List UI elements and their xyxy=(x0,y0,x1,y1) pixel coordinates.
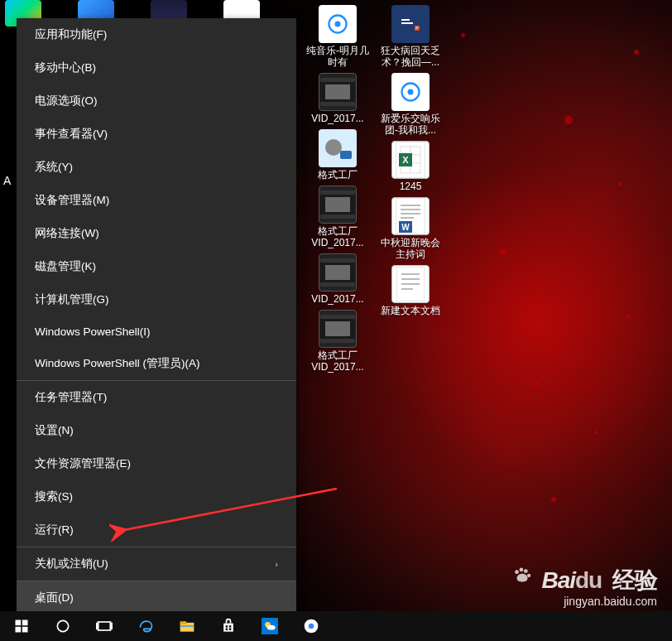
music-icon xyxy=(391,73,430,111)
watermark: Baidu 经验 jingyan.baidu.com xyxy=(511,565,657,608)
menu-system[interactable]: 系统(Y) xyxy=(17,151,296,184)
icon-label: 新建文本文档 xyxy=(381,305,440,316)
svg-rect-22 xyxy=(401,19,410,21)
icon-vid-2017-a[interactable]: VID_2017... xyxy=(303,73,372,124)
ppt-icon: P xyxy=(391,5,430,43)
menu-item-label: 搜索(S) xyxy=(35,489,73,504)
svg-rect-57 xyxy=(98,622,111,630)
svg-rect-16 xyxy=(325,265,350,280)
menu-shutdown-signout[interactable]: 关机或注销(U)› xyxy=(17,547,296,581)
start-button[interactable] xyxy=(3,612,40,640)
store-button[interactable] xyxy=(210,612,247,640)
menu-item-label: 运行(R) xyxy=(35,523,74,537)
desktop-icons-col2: P狂犬病回天乏术？挽回—...新爱乐交响乐团-我和我...X1245W中秋迎新晚… xyxy=(376,5,445,321)
menu-computer-management[interactable]: 计算机管理(G) xyxy=(17,283,296,316)
svg-rect-43 xyxy=(401,273,420,275)
svg-point-49 xyxy=(519,568,523,572)
menu-item-label: 关机或注销(U) xyxy=(35,557,108,571)
svg-rect-3 xyxy=(320,78,355,82)
chevron-right-icon: › xyxy=(275,559,278,569)
edge-button[interactable] xyxy=(127,612,164,640)
svg-rect-18 xyxy=(320,315,355,319)
svg-rect-64 xyxy=(229,625,232,628)
svg-point-51 xyxy=(527,574,530,577)
menu-power-options[interactable]: 电源选项(O) xyxy=(17,84,296,118)
menu-powershell-admin[interactable]: Windows PowerShell (管理员)(A) xyxy=(17,347,296,380)
chrome-button[interactable] xyxy=(293,612,329,640)
svg-rect-53 xyxy=(22,620,28,626)
menu-task-manager[interactable]: 任务管理器(T) xyxy=(17,381,296,414)
menu-search[interactable]: 搜索(S) xyxy=(17,480,296,513)
icon-label: 格式工厂VID_2017... xyxy=(304,225,372,248)
menu-disk-management[interactable]: 磁盘管理(K) xyxy=(17,250,296,283)
icon-pure-music[interactable]: 纯音乐-明月几时有 xyxy=(303,5,372,68)
icon-new-text[interactable]: 新建文本文档 xyxy=(376,265,445,316)
menu-file-explorer[interactable]: 文件资源管理器(E) xyxy=(17,447,296,480)
svg-point-69 xyxy=(267,625,276,630)
menu-device-manager[interactable]: 设备管理器(M) xyxy=(17,184,296,217)
excel-icon: X xyxy=(391,141,430,179)
menu-item-label: 事件查看器(V) xyxy=(35,127,108,142)
svg-rect-45 xyxy=(401,283,420,285)
cortana-button[interactable] xyxy=(45,612,81,640)
svg-rect-54 xyxy=(16,627,22,633)
svg-rect-38 xyxy=(401,213,420,214)
menu-item-label: 磁盘管理(K) xyxy=(35,259,96,274)
video-icon xyxy=(319,310,357,348)
icon-vid-2017-c[interactable]: VID_2017... xyxy=(303,253,372,305)
icon-label: 格式工厂 xyxy=(318,169,358,181)
svg-point-56 xyxy=(57,620,68,631)
menu-network-connections[interactable]: 网络连接(W) xyxy=(17,217,296,250)
svg-rect-65 xyxy=(226,629,228,631)
menu-run[interactable]: 运行(R) xyxy=(17,513,296,547)
svg-point-71 xyxy=(309,624,314,629)
menu-item-label: 计算机管理(G) xyxy=(35,292,109,307)
menu-item-label: 应用和功能(F) xyxy=(35,27,107,42)
icon-label: 中秋迎新晚会主持词 xyxy=(377,237,444,260)
svg-rect-36 xyxy=(401,205,420,206)
icon-format-factory[interactable]: 格式工厂 xyxy=(303,129,372,181)
svg-rect-14 xyxy=(320,258,355,263)
start-context-menu: 应用和功能(F)移动中心(B)电源选项(O)事件查看器(V)系统(Y)设备管理器… xyxy=(17,18,296,614)
svg-rect-12 xyxy=(325,197,350,212)
svg-text:W: W xyxy=(401,223,410,232)
svg-rect-52 xyxy=(16,620,22,626)
svg-rect-39 xyxy=(401,217,414,219)
icon-label: 狂犬病回天乏术？挽回—... xyxy=(377,45,444,68)
svg-point-48 xyxy=(515,570,519,574)
menu-mobility-center[interactable]: 移动中心(B) xyxy=(17,51,296,84)
svg-rect-62 xyxy=(180,625,194,627)
menu-desktop[interactable]: 桌面(D) xyxy=(17,581,296,614)
svg-rect-59 xyxy=(111,624,113,629)
menu-item-label: 桌面(D) xyxy=(35,590,74,605)
video-icon xyxy=(319,253,357,292)
icon-label: 1245 xyxy=(400,181,422,192)
svg-rect-23 xyxy=(401,22,413,24)
svg-rect-46 xyxy=(401,288,413,290)
menu-item-label: 设备管理器(M) xyxy=(35,193,109,208)
svg-point-50 xyxy=(524,569,528,573)
svg-point-7 xyxy=(325,139,342,156)
menu-settings[interactable]: 设置(N) xyxy=(17,414,296,447)
file-explorer-button[interactable] xyxy=(169,612,205,640)
svg-rect-37 xyxy=(401,209,420,210)
icon-mid-autumn[interactable]: W中秋迎新晚会主持词 xyxy=(376,197,445,260)
task-view-button[interactable] xyxy=(86,612,122,640)
icon-orchestra[interactable]: 新爱乐交响乐团-我和我... xyxy=(376,73,445,136)
menu-item-label: 设置(N) xyxy=(35,423,74,438)
icon-format-vid-d[interactable]: 格式工厂VID_2017... xyxy=(303,310,372,373)
menu-item-label: 网络连接(W) xyxy=(35,226,99,241)
icon-label: VID_2017... xyxy=(311,113,363,124)
icon-1245[interactable]: X1245 xyxy=(376,141,445,192)
weather-button[interactable] xyxy=(252,612,288,640)
icon-rabies-ppt[interactable]: P狂犬病回天乏术？挽回—... xyxy=(376,5,445,68)
menu-apps-and-features[interactable]: 应用和功能(F) xyxy=(17,18,296,51)
txt-icon xyxy=(391,265,430,303)
menu-powershell[interactable]: Windows PowerShell(I) xyxy=(17,316,296,347)
music-icon xyxy=(319,5,357,43)
video-icon xyxy=(319,73,357,111)
icon-format-vid-b[interactable]: 格式工厂VID_2017... xyxy=(303,186,372,248)
svg-rect-61 xyxy=(180,621,187,624)
menu-event-viewer[interactable]: 事件查看器(V) xyxy=(17,118,296,151)
svg-rect-5 xyxy=(325,84,350,99)
